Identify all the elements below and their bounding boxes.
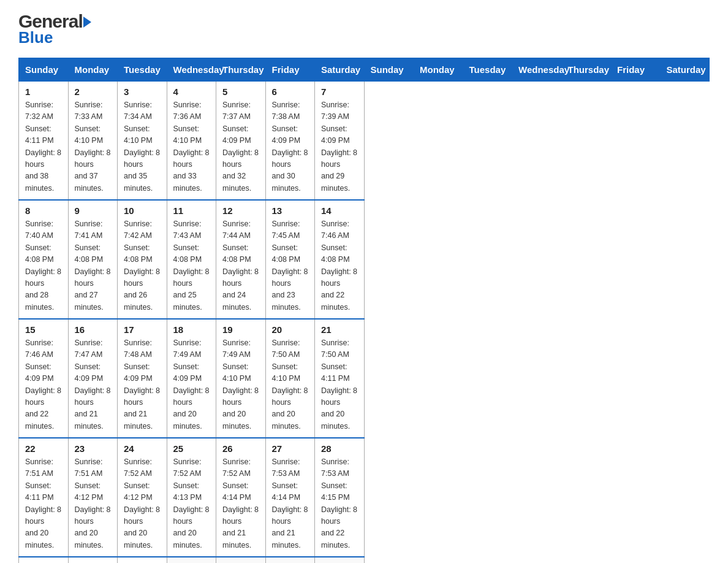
calendar-week-row: 1 Sunrise: 7:32 AM Sunset: 4:11 PM Dayli… xyxy=(19,82,710,201)
calendar-day-cell: 4 Sunrise: 7:36 AM Sunset: 4:10 PM Dayli… xyxy=(167,82,216,201)
calendar-day-cell: 3 Sunrise: 7:34 AM Sunset: 4:10 PM Dayli… xyxy=(118,82,167,201)
day-info: Sunrise: 7:33 AM Sunset: 4:10 PM Dayligh… xyxy=(75,99,112,194)
logo: General Blue xyxy=(18,12,91,45)
day-number: 27 xyxy=(272,443,309,454)
calendar-day-cell: 28 Sunrise: 7:53 AM Sunset: 4:15 PM Dayl… xyxy=(315,438,365,557)
logo-line2: Blue xyxy=(18,29,91,45)
day-of-week-header: Thursday xyxy=(561,58,611,82)
calendar-day-cell: 14 Sunrise: 7:46 AM Sunset: 4:08 PM Dayl… xyxy=(315,200,365,319)
day-number: 18 xyxy=(173,324,210,335)
day-number: 19 xyxy=(222,324,259,335)
day-info: Sunrise: 7:46 AM Sunset: 4:09 PM Dayligh… xyxy=(25,337,62,432)
calendar-day-cell: 1 Sunrise: 7:32 AM Sunset: 4:11 PM Dayli… xyxy=(19,82,69,201)
day-of-week-header: Saturday xyxy=(660,58,710,82)
calendar-day-cell: 11 Sunrise: 7:43 AM Sunset: 4:08 PM Dayl… xyxy=(167,200,216,319)
day-info: Sunrise: 7:51 AM Sunset: 4:11 PM Dayligh… xyxy=(25,456,62,551)
day-of-week-header: Wednesday xyxy=(167,58,216,82)
day-number: 17 xyxy=(124,324,161,335)
calendar-day-cell: 23 Sunrise: 7:51 AM Sunset: 4:12 PM Dayl… xyxy=(68,438,118,557)
calendar-day-cell: 22 Sunrise: 7:51 AM Sunset: 4:11 PM Dayl… xyxy=(19,438,69,557)
calendar-day-cell: 9 Sunrise: 7:41 AM Sunset: 4:08 PM Dayli… xyxy=(68,200,118,319)
day-number: 12 xyxy=(222,205,259,216)
calendar-day-cell: 25 Sunrise: 7:52 AM Sunset: 4:13 PM Dayl… xyxy=(167,438,216,557)
day-of-week-header: Monday xyxy=(68,58,118,82)
calendar-day-cell xyxy=(265,557,315,563)
calendar-day-cell xyxy=(216,557,266,563)
day-of-week-header: Tuesday xyxy=(118,58,167,82)
day-number: 24 xyxy=(124,443,161,454)
day-number: 13 xyxy=(272,205,309,216)
calendar-table: SundayMondayTuesdayWednesdayThursdayFrid… xyxy=(18,58,710,563)
calendar-day-cell xyxy=(167,557,216,563)
calendar-day-cell: 12 Sunrise: 7:44 AM Sunset: 4:08 PM Dayl… xyxy=(216,200,266,319)
day-info: Sunrise: 7:41 AM Sunset: 4:08 PM Dayligh… xyxy=(75,218,112,313)
calendar-day-cell: 30 Sunrise: 7:53 AM Sunset: 4:17 PM Dayl… xyxy=(68,557,118,563)
calendar-day-cell: 27 Sunrise: 7:53 AM Sunset: 4:14 PM Dayl… xyxy=(265,438,315,557)
day-number: 1 xyxy=(25,86,62,97)
day-number: 26 xyxy=(222,443,259,454)
calendar-day-cell: 16 Sunrise: 7:47 AM Sunset: 4:09 PM Dayl… xyxy=(68,319,118,438)
day-number: 20 xyxy=(272,324,309,335)
day-number: 11 xyxy=(173,205,210,216)
day-of-week-header: Thursday xyxy=(216,58,266,82)
day-number: 22 xyxy=(25,443,62,454)
day-info: Sunrise: 7:49 AM Sunset: 4:09 PM Dayligh… xyxy=(173,337,210,432)
day-number: 9 xyxy=(75,205,112,216)
day-of-week-header: Sunday xyxy=(364,58,414,82)
page-header: General Blue xyxy=(18,12,710,45)
day-of-week-header: Tuesday xyxy=(463,58,512,82)
day-info: Sunrise: 7:40 AM Sunset: 4:08 PM Dayligh… xyxy=(25,218,62,313)
day-of-week-header: Friday xyxy=(611,58,661,82)
calendar-day-cell: 31 Sunrise: 7:53 AM Sunset: 4:18 PM Dayl… xyxy=(118,557,167,563)
calendar-week-row: 15 Sunrise: 7:46 AM Sunset: 4:09 PM Dayl… xyxy=(19,319,710,438)
day-info: Sunrise: 7:52 AM Sunset: 4:12 PM Dayligh… xyxy=(124,456,161,551)
day-info: Sunrise: 7:45 AM Sunset: 4:08 PM Dayligh… xyxy=(272,218,309,313)
day-number: 7 xyxy=(321,86,358,97)
calendar-day-cell: 26 Sunrise: 7:52 AM Sunset: 4:14 PM Dayl… xyxy=(216,438,266,557)
day-of-week-header: Monday xyxy=(414,58,463,82)
day-number: 25 xyxy=(173,443,210,454)
calendar-day-cell: 5 Sunrise: 7:37 AM Sunset: 4:09 PM Dayli… xyxy=(216,82,266,201)
day-info: Sunrise: 7:32 AM Sunset: 4:11 PM Dayligh… xyxy=(25,99,62,194)
day-of-week-header: Wednesday xyxy=(512,58,562,82)
calendar-day-cell: 17 Sunrise: 7:48 AM Sunset: 4:09 PM Dayl… xyxy=(118,319,167,438)
day-info: Sunrise: 7:34 AM Sunset: 4:10 PM Dayligh… xyxy=(124,99,161,194)
calendar-day-cell: 6 Sunrise: 7:38 AM Sunset: 4:09 PM Dayli… xyxy=(265,82,315,201)
day-info: Sunrise: 7:46 AM Sunset: 4:08 PM Dayligh… xyxy=(321,218,358,313)
day-number: 5 xyxy=(222,86,259,97)
day-number: 8 xyxy=(25,205,62,216)
day-info: Sunrise: 7:51 AM Sunset: 4:12 PM Dayligh… xyxy=(75,456,112,551)
day-info: Sunrise: 7:50 AM Sunset: 4:10 PM Dayligh… xyxy=(272,337,309,432)
day-info: Sunrise: 7:53 AM Sunset: 4:15 PM Dayligh… xyxy=(321,456,358,551)
calendar-day-cell: 10 Sunrise: 7:42 AM Sunset: 4:08 PM Dayl… xyxy=(118,200,167,319)
calendar-day-cell: 20 Sunrise: 7:50 AM Sunset: 4:10 PM Dayl… xyxy=(265,319,315,438)
calendar-day-cell xyxy=(315,557,365,563)
calendar-day-cell: 18 Sunrise: 7:49 AM Sunset: 4:09 PM Dayl… xyxy=(167,319,216,438)
day-info: Sunrise: 7:53 AM Sunset: 4:14 PM Dayligh… xyxy=(272,456,309,551)
day-number: 14 xyxy=(321,205,358,216)
day-number: 10 xyxy=(124,205,161,216)
day-number: 3 xyxy=(124,86,161,97)
day-info: Sunrise: 7:49 AM Sunset: 4:10 PM Dayligh… xyxy=(222,337,259,432)
day-number: 4 xyxy=(173,86,210,97)
calendar-week-row: 8 Sunrise: 7:40 AM Sunset: 4:08 PM Dayli… xyxy=(19,200,710,319)
calendar-day-cell: 13 Sunrise: 7:45 AM Sunset: 4:08 PM Dayl… xyxy=(265,200,315,319)
calendar-header-row: SundayMondayTuesdayWednesdayThursdayFrid… xyxy=(19,58,710,82)
calendar-day-cell: 29 Sunrise: 7:53 AM Sunset: 4:16 PM Dayl… xyxy=(19,557,69,563)
day-info: Sunrise: 7:39 AM Sunset: 4:09 PM Dayligh… xyxy=(321,99,358,194)
calendar-day-cell: 7 Sunrise: 7:39 AM Sunset: 4:09 PM Dayli… xyxy=(315,82,365,201)
day-info: Sunrise: 7:44 AM Sunset: 4:08 PM Dayligh… xyxy=(222,218,259,313)
day-info: Sunrise: 7:37 AM Sunset: 4:09 PM Dayligh… xyxy=(222,99,259,194)
day-number: 6 xyxy=(272,86,309,97)
day-number: 28 xyxy=(321,443,358,454)
calendar-day-cell: 19 Sunrise: 7:49 AM Sunset: 4:10 PM Dayl… xyxy=(216,319,266,438)
day-info: Sunrise: 7:52 AM Sunset: 4:13 PM Dayligh… xyxy=(173,456,210,551)
day-number: 16 xyxy=(75,324,112,335)
calendar-day-cell: 21 Sunrise: 7:50 AM Sunset: 4:11 PM Dayl… xyxy=(315,319,365,438)
day-info: Sunrise: 7:42 AM Sunset: 4:08 PM Dayligh… xyxy=(124,218,161,313)
day-info: Sunrise: 7:52 AM Sunset: 4:14 PM Dayligh… xyxy=(222,456,259,551)
day-number: 21 xyxy=(321,324,358,335)
calendar-day-cell: 8 Sunrise: 7:40 AM Sunset: 4:08 PM Dayli… xyxy=(19,200,69,319)
day-number: 23 xyxy=(75,443,112,454)
day-info: Sunrise: 7:47 AM Sunset: 4:09 PM Dayligh… xyxy=(75,337,112,432)
